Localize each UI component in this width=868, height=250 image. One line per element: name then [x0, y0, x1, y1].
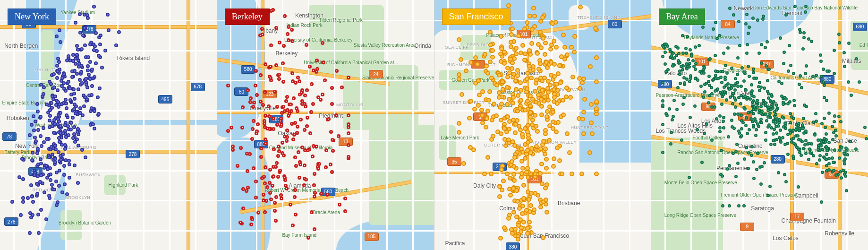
highway-shield: 680 — [853, 23, 867, 31]
place-label: Fremont — [782, 10, 803, 17]
highway-shield: 278 — [82, 25, 96, 34]
highway-shield: 35 — [447, 157, 461, 166]
place-label: Piedmont — [319, 112, 343, 119]
region-tag-new-york: New York — [8, 9, 56, 25]
poi-label: Long Ridge Open Space Preserve — [664, 213, 736, 218]
highway-shield: 237 — [760, 60, 774, 69]
place-label: SUNSET DISTRICT — [443, 100, 485, 105]
poi-label: California's Great America — [771, 75, 825, 80]
highway-shield: 280 — [771, 155, 785, 164]
map-panel-san-francisco[interactable]: San FranciscoDaly CityBrisbaneSouth San … — [434, 0, 651, 250]
highway-shield: 13 — [339, 138, 353, 146]
poi-label: Googleplex — [723, 68, 747, 73]
place-label: North Bergen — [4, 43, 38, 49]
poi-label: Central Park Zoo — [26, 83, 62, 88]
place-label: MONTCLAIR — [336, 103, 364, 107]
place-label: RED HOOK — [33, 188, 57, 192]
poi-label: Brooklyn Botanic Garden — [59, 220, 111, 225]
poi-label: Palace of Fine Arts Theatre — [486, 33, 544, 38]
poi-label: Fremont Older Open Space Preserve — [721, 192, 799, 198]
region-tag-bay-area: Bay Area — [659, 9, 705, 25]
highway-shield: 123 — [263, 90, 277, 98]
poi-label: Bay Farm Island — [282, 233, 316, 238]
poi-label: Twin Peaks — [488, 103, 512, 108]
map-panel-berkeley[interactable]: BerkeleyOaklandAlbanyEmeryvilleAlamedaPi… — [217, 0, 434, 250]
poi-label: University of California, Berkeley — [284, 37, 353, 43]
place-label: Mountain View — [716, 90, 754, 96]
highway-shield: 78 — [2, 132, 17, 141]
highway-shield: 101 — [528, 175, 542, 183]
highway-shield: 280 — [658, 80, 672, 88]
highway-shield: 580 — [321, 188, 335, 196]
poi-label: Lake Merced Park — [441, 135, 479, 140]
poi-label: Foothill College — [692, 135, 725, 140]
poi-label: Tilden Regional Park — [319, 17, 362, 23]
place-label: New York — [15, 143, 39, 149]
highway-shield: 278 — [4, 217, 18, 226]
map-panel-new-york[interactable]: New YorkMANHATTANBROOKLYNYankee StadiumN… — [0, 0, 217, 250]
highway-shield: 85 — [701, 103, 715, 111]
place-label: Colma — [499, 205, 516, 212]
poi-label: Don Edwards San Francisco Bay National W… — [753, 5, 858, 10]
highway-shield: 80 — [234, 87, 248, 96]
highway-shield: 278 — [126, 150, 140, 158]
map-panels-row: New YorkMANHATTANBROOKLYNYankee StadiumN… — [0, 0, 868, 250]
poi-label: Oakland Museum of California — [269, 145, 333, 150]
place-label: Los Gatos — [773, 235, 799, 241]
highway-shield: 87 — [825, 170, 839, 179]
place-label: Rikers Island — [117, 55, 150, 61]
highway-shield: 880 — [254, 140, 268, 148]
place-label: VISITACION VALLEY — [532, 140, 577, 145]
highway-shield: 84 — [721, 20, 735, 28]
poi-label: Battery Park — [4, 150, 30, 155]
poi-label: Indian Rock Park — [287, 23, 323, 28]
place-label: Saratoga — [751, 205, 774, 212]
place-label: WILLIAMSBURG — [60, 145, 96, 150]
highway-shield: 495 — [158, 95, 172, 103]
poi-label: Rancho San Antonio Open Space Preserve — [677, 150, 768, 155]
place-label: Hoboken — [7, 115, 29, 121]
place-label: Oakland — [278, 130, 299, 137]
map-panel-bay-area[interactable]: Palo AltoMountain ViewSunnyvaleSanta Cla… — [651, 0, 868, 250]
highway-shield: 380 — [506, 242, 520, 250]
place-label: Palo Alto — [664, 70, 687, 77]
place-label: HUNTERS POINT — [571, 125, 609, 130]
poi-label: Pearson-Arastradero Preserve — [655, 93, 720, 98]
place-label: San Jose — [834, 138, 857, 144]
highway-shield: 9 — [740, 223, 754, 231]
highway-shield: 1 — [471, 60, 485, 69]
place-label: BROOKLYN — [65, 195, 91, 200]
poi-label: Golden Gate Park — [451, 78, 489, 83]
poi-label: Monte Bello Open Space Preserve — [664, 180, 737, 185]
place-label: Milpitas — [842, 58, 861, 64]
map-background — [0, 0, 217, 250]
highway-shield: 101 — [517, 30, 531, 38]
poi-label: Washington Sq Park — [34, 122, 77, 128]
highway-shield: 678 — [191, 83, 205, 91]
poi-label: Ed R. Levin County Park — [859, 43, 868, 48]
place-label: TREASURE ISLAND — [577, 15, 621, 20]
place-label: OUTER MISSION — [484, 143, 521, 147]
place-label: Permanente — [716, 165, 747, 172]
poi-label: University of California Botanical Garde… — [304, 60, 398, 65]
highway-shield: 1 — [473, 112, 487, 121]
region-tag-san-francisco: San Francisco — [442, 9, 511, 25]
place-label: Champagne Fountain — [782, 217, 836, 224]
highway-shield: 80 — [608, 20, 622, 28]
place-label: Pacifica — [445, 240, 465, 247]
place-label: Newark — [734, 5, 753, 12]
poi-label: Oracle Arena — [313, 210, 340, 215]
place-label: Orinda — [414, 43, 431, 49]
place-label: DOGPATCH — [560, 87, 586, 92]
region-tag-berkeley: Berkeley — [225, 9, 270, 25]
place-label: Los Trancos Woods — [655, 128, 706, 134]
highway-shield: 478 — [28, 167, 43, 176]
place-label: BUSHWICK — [76, 172, 101, 177]
highway-shield: 17 — [790, 213, 804, 221]
poi-label: Empire State Building — [2, 100, 48, 105]
place-label: San Francisco — [503, 70, 540, 77]
place-label: PRESIDIO — [467, 43, 489, 47]
place-label: Cupertino — [738, 143, 763, 149]
place-label: Robertsville — [825, 230, 854, 237]
highway-shield: 280 — [493, 163, 507, 171]
